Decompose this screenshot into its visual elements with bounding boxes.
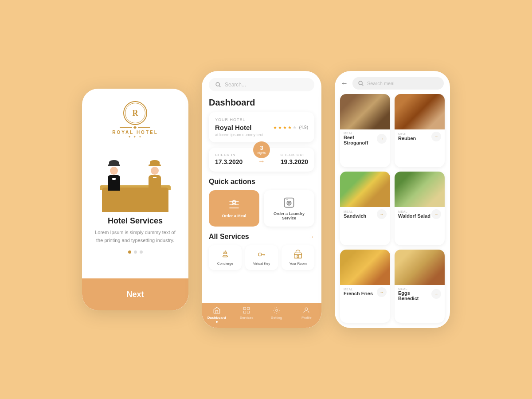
logo-circle: R (123, 101, 147, 125)
beef-stroganoff-name: Beef Stroganoff (344, 135, 377, 145)
eggs-benedict-image (395, 250, 445, 285)
dashboard-screen: Search... Dashboard YOUR HOTEL Royal Hot… (202, 71, 321, 328)
hotel-card-label: YOUR HOTEL (215, 117, 308, 122)
meal-search-bar[interactable]: Search meal (352, 77, 444, 90)
quick-actions-title: Quick actions (209, 178, 314, 186)
concierge-label: Concierge (217, 262, 233, 266)
search-icon (215, 82, 221, 88)
meal-french-fries[interactable]: Meal French Fries → (340, 250, 390, 323)
search-bar[interactable]: Search... (209, 78, 314, 91)
sandwich-name: Sandwich (344, 213, 377, 219)
svg-point-0 (216, 82, 219, 86)
staff-right (149, 160, 161, 191)
checkout-value: 19.3.2020 (281, 158, 308, 165)
fries-name: French Fries (344, 291, 377, 296)
nav-setting[interactable]: Setting (262, 306, 292, 323)
meal-reuben[interactable]: Meal Reuben → (395, 94, 445, 167)
french-fries-image (340, 250, 390, 285)
checkin-label: CHECK IN (215, 153, 243, 157)
back-button[interactable]: ← (341, 79, 348, 87)
reuben-image (395, 94, 445, 129)
hotel-name: ROYAL HOTEL (112, 130, 158, 135)
reuben-type: Meal (398, 133, 431, 136)
fries-type: Meal (344, 288, 377, 291)
svg-point-8 (258, 253, 262, 256)
dates-arrow-icon: → (258, 157, 265, 165)
nights-badge: 3 nights (253, 141, 270, 158)
nav-setting-label: Setting (271, 316, 282, 320)
sandwich-arrow[interactable]: → (377, 209, 387, 219)
svg-rect-16 (244, 311, 246, 313)
meal-waldorf-salad[interactable]: Meal Waldorf Salad → (395, 172, 445, 245)
services-arrow-icon[interactable]: → (308, 233, 314, 240)
svg-rect-15 (247, 307, 250, 309)
logo-ornament (120, 126, 150, 129)
checkin-date: CHECK IN 17.3.2020 (215, 153, 243, 165)
hotel-card-subtext: at lorem ipsum dummy text (215, 133, 308, 137)
eggs-arrow[interactable]: → (431, 289, 441, 299)
fries-arrow[interactable]: → (377, 287, 387, 297)
svg-point-5 (288, 202, 290, 204)
dates-card[interactable]: 3 nights CHECK IN 17.3.2020 → CHECK OUT … (209, 148, 314, 172)
hotel-card[interactable]: YOUR HOTEL Royal Hotel ★ ★ ★ ★ ★ (4.9) a… (209, 112, 314, 142)
bottom-nav: Dashboard Services Setting (202, 303, 321, 328)
star-1: ★ (273, 125, 277, 130)
order-meal-button[interactable]: Order a Meal (209, 190, 259, 227)
checkin-value: 17.3.2020 (215, 158, 243, 165)
meals-grid: Meal Beef Stroganoff → Meal Reuben → (335, 94, 450, 328)
virtual-key-label: Virtual Key (253, 262, 270, 266)
settings-icon (273, 306, 281, 314)
eggs-name: Eggs Benedict (398, 290, 431, 301)
reuben-name: Reuben (398, 136, 431, 141)
svg-rect-3 (285, 198, 294, 207)
next-button[interactable]: Next (82, 278, 188, 310)
reuben-arrow[interactable]: → (431, 132, 441, 141)
star-5-half: ★ (293, 125, 297, 130)
logo-area: R ROYAL HOTEL ✦ ✦ ✦ (112, 101, 158, 139)
sandwich-image (340, 172, 390, 207)
order-laundry-button[interactable]: Order a Laundry Service (264, 190, 314, 227)
service-virtual-key[interactable]: Virtual Key (245, 245, 278, 270)
pagination-dots (128, 250, 143, 254)
profile-icon (302, 306, 310, 314)
beef-stroganoff-image (340, 94, 390, 129)
logo-letter: R (132, 109, 138, 118)
splash-screen: R ROYAL HOTEL ✦ ✦ ✦ (82, 89, 188, 310)
meal-beef-stroganoff[interactable]: Meal Beef Stroganoff → (340, 94, 390, 167)
svg-point-20 (359, 81, 362, 85)
svg-line-21 (362, 84, 363, 86)
dashboard-title: Dashboard (209, 98, 314, 108)
meal-search-placeholder: Search meal (367, 81, 395, 86)
order-meal-label: Order a Meal (222, 214, 246, 218)
waldorf-arrow[interactable]: → (431, 209, 441, 219)
sandwich-type: Meal (344, 210, 377, 213)
home-icon (213, 306, 221, 314)
room-label: Your Room (289, 262, 307, 266)
bellhop-illustration (95, 143, 175, 212)
nav-profile-label: Profile (301, 316, 312, 320)
nav-dashboard-label: Dashboard (207, 316, 226, 320)
meal-icon (228, 199, 240, 211)
nav-profile[interactable]: Profile (292, 306, 322, 323)
service-room[interactable]: Your Room (282, 245, 314, 270)
quick-actions-row: Order a Meal Order a Laundry Service (209, 190, 314, 227)
nights-label: nights (258, 151, 266, 155)
rating-stars: ★ ★ ★ ★ ★ (4.9) (273, 125, 308, 130)
meal-eggs-benedict[interactable]: Meal Eggs Benedict → (395, 250, 445, 323)
nav-services[interactable]: Services (232, 306, 262, 323)
meal-header: ← Search meal (335, 71, 450, 94)
waldorf-name: Waldorf Salad (398, 213, 431, 219)
service-concierge[interactable]: Concierge (209, 245, 242, 270)
dot-3 (140, 250, 143, 254)
beef-stroganoff-arrow[interactable]: → (377, 134, 387, 144)
nav-dashboard[interactable]: Dashboard (202, 306, 232, 323)
room-icon (293, 250, 303, 259)
checkout-label: CHECK OUT (281, 153, 308, 157)
star-3: ★ (283, 125, 287, 130)
meal-sandwich[interactable]: Meal Sandwich → (340, 172, 390, 245)
services-row: Concierge Virtual Key (209, 245, 314, 274)
svg-point-19 (305, 308, 308, 310)
splash-title: Hotel Services (108, 216, 163, 226)
star-2: ★ (278, 125, 282, 130)
waldorf-salad-image (395, 172, 445, 207)
